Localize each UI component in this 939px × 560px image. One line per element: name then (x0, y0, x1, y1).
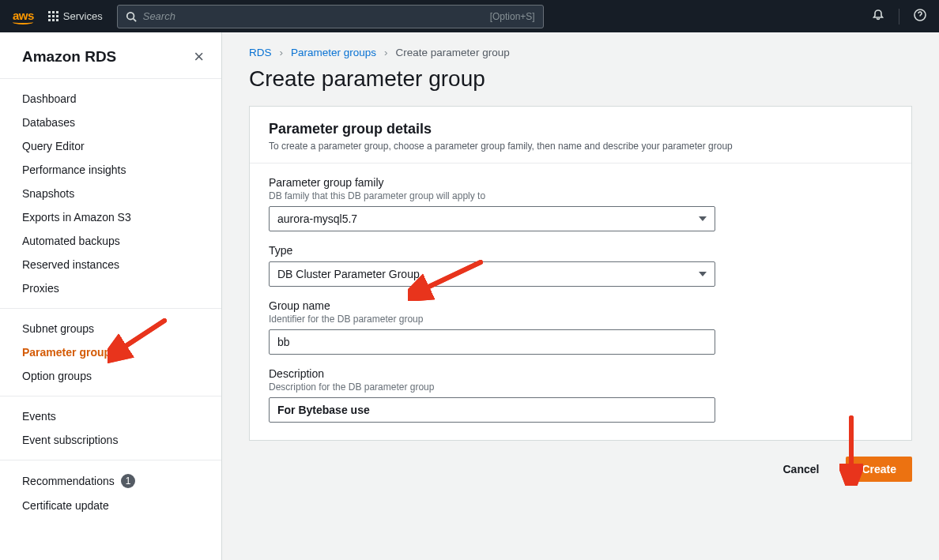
recommendations-badge: 1 (121, 474, 136, 488)
field-label: Group name (269, 299, 892, 312)
search-input[interactable] (143, 10, 484, 22)
help-icon[interactable] (914, 9, 926, 24)
field-hint: Identifier for the DB parameter group (269, 314, 892, 325)
sidebar-title: Amazon RDS (22, 48, 116, 66)
notifications-icon[interactable] (872, 9, 884, 24)
breadcrumb-parameter-groups[interactable]: Parameter groups (291, 47, 376, 58)
form-actions: Cancel Create (249, 457, 912, 482)
search-icon (126, 11, 137, 22)
sidebar-item-exports[interactable]: Exports in Amazon S3 (0, 205, 221, 229)
sidebar-item-option-groups[interactable]: Option groups (0, 364, 221, 388)
sidebar-item-performance-insights[interactable]: Performance insights (0, 158, 221, 182)
select-value: aurora-mysql5.7 (277, 212, 357, 225)
panel-title: Parameter group details (269, 121, 892, 137)
field-hint: Description for the DB parameter group (269, 381, 892, 393)
sidebar-item-subnet-groups[interactable]: Subnet groups (0, 317, 221, 340)
nav-section-events: Events Event subscriptions (0, 397, 221, 460)
field-label: Type (269, 244, 892, 257)
search-shortcut-hint: [Option+S] (490, 11, 535, 22)
sidebar-item-label: Recommendations (22, 475, 115, 487)
field-family: Parameter group family DB family that th… (269, 176, 892, 231)
cancel-button[interactable]: Cancel (767, 457, 835, 482)
sidebar-item-automated-backups[interactable]: Automated backups (0, 229, 221, 253)
sidebar-item-events[interactable]: Events (0, 404, 221, 428)
aws-logo[interactable]: aws (13, 9, 34, 24)
field-description: Description Description for the DB param… (269, 367, 892, 423)
field-group-name: Group name Identifier for the DB paramet… (269, 299, 892, 355)
divider (899, 9, 899, 24)
grid-icon (48, 11, 58, 21)
sidebar-item-dashboard[interactable]: Dashboard (0, 87, 221, 111)
sidebar-item-snapshots[interactable]: Snapshots (0, 182, 221, 205)
sidebar-item-databases[interactable]: Databases (0, 111, 221, 134)
page-title: Create parameter group (249, 66, 912, 92)
sidebar-item-proxies[interactable]: Proxies (0, 276, 221, 300)
main-content: RDS › Parameter groups › Create paramete… (222, 32, 939, 560)
sidebar-item-certificate-update[interactable]: Certificate update (0, 494, 221, 517)
select-value: DB Cluster Parameter Group (277, 268, 420, 280)
sidebar-item-parameter-groups[interactable]: Parameter groups (0, 340, 221, 364)
caret-down-icon (699, 272, 707, 276)
nav-section-groups: Subnet groups Parameter groups Option gr… (0, 309, 221, 397)
breadcrumb-rds[interactable]: RDS (249, 47, 272, 58)
sidebar-item-recommendations[interactable]: Recommendations 1 (0, 468, 221, 494)
search-bar[interactable]: [Option+S] (117, 5, 544, 28)
field-label: Description (269, 367, 892, 380)
field-hint: DB family that this DB parameter group w… (269, 190, 892, 201)
services-menu-button[interactable]: Services (48, 10, 103, 22)
chevron-right-icon: › (280, 47, 284, 58)
panel-description: To create a parameter group, choose a pa… (269, 141, 892, 152)
group-name-input[interactable] (269, 329, 715, 355)
parameter-group-details-panel: Parameter group details To create a para… (249, 106, 912, 441)
caret-down-icon (699, 216, 707, 221)
breadcrumb-current: Create parameter group (396, 47, 510, 58)
nav-section-recs: Recommendations 1 Certificate update (0, 460, 221, 525)
sidebar-item-reserved-instances[interactable]: Reserved instances (0, 253, 221, 276)
sidebar: Amazon RDS × Dashboard Databases Query E… (0, 32, 222, 560)
description-input[interactable] (269, 397, 715, 423)
sidebar-item-query-editor[interactable]: Query Editor (0, 134, 221, 158)
topbar: aws Services [Option+S] (0, 0, 939, 32)
field-label: Parameter group family (269, 176, 892, 189)
field-type: Type DB Cluster Parameter Group (269, 244, 892, 287)
svg-point-0 (126, 12, 134, 19)
nav-section-main: Dashboard Databases Query Editor Perform… (0, 79, 221, 309)
create-button[interactable]: Create (846, 457, 912, 482)
chevron-right-icon: › (384, 47, 388, 58)
breadcrumb: RDS › Parameter groups › Create paramete… (249, 47, 912, 58)
close-icon[interactable]: × (194, 47, 204, 67)
type-select[interactable]: DB Cluster Parameter Group (269, 261, 715, 287)
family-select[interactable]: aurora-mysql5.7 (269, 206, 715, 231)
sidebar-item-event-subscriptions[interactable]: Event subscriptions (0, 428, 221, 452)
